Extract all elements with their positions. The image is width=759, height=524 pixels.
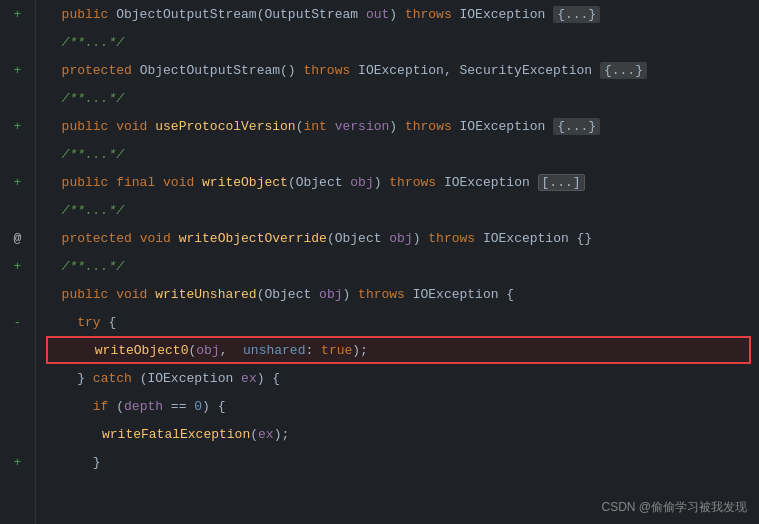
code-line-11: public void writeUnshared(Object obj) th…	[46, 280, 751, 308]
gutter-row-1[interactable]: +	[0, 0, 35, 28]
gutter-row-8	[0, 196, 35, 224]
kw-void3: void	[140, 231, 179, 246]
catch-brace: {	[272, 371, 280, 386]
fold-icon-17[interactable]: +	[14, 455, 22, 470]
fold-icon-12[interactable]: -	[14, 315, 22, 330]
param-name: out	[366, 7, 389, 22]
gutter-row-13	[0, 336, 35, 364]
method-writeunshared: writeUnshared	[155, 287, 256, 302]
gutter-row-3[interactable]: +	[0, 56, 35, 84]
param-obj: obj	[350, 175, 373, 190]
param-ex: ex	[241, 371, 257, 386]
fold-icon-7[interactable]: +	[14, 175, 22, 190]
gutter-row-2	[0, 28, 35, 56]
p12: (	[116, 399, 124, 414]
paren-close: )	[389, 7, 405, 22]
indent3	[46, 455, 93, 470]
collapsed-bracket: [...]	[538, 174, 585, 191]
exc-io: IOException	[460, 119, 554, 134]
gutter-row-12[interactable]: -	[0, 308, 35, 336]
gutter-row-5[interactable]: +	[0, 112, 35, 140]
p1: (	[296, 119, 304, 134]
indent	[46, 231, 62, 246]
keyword-public: public	[62, 7, 117, 22]
try-brace: {	[108, 315, 116, 330]
kw-try: try	[77, 315, 108, 330]
p11: )	[257, 371, 273, 386]
num-zero: 0	[194, 399, 202, 414]
op-eq: ==	[163, 399, 194, 414]
indent	[46, 203, 62, 218]
kw-public4: public	[62, 287, 117, 302]
param-ex2: ex	[258, 427, 274, 442]
exc-io5: IOException	[147, 371, 241, 386]
parens: ()	[280, 63, 303, 78]
method-writeobject: writeObject	[202, 175, 288, 190]
exc1: IOException, SecurityException	[358, 63, 600, 78]
param-obj4: obj	[196, 343, 219, 358]
exc-io2: IOException	[444, 175, 538, 190]
indent	[46, 147, 62, 162]
watermark: CSDN @偷偷学习被我发现	[601, 499, 747, 516]
kw-true: true	[321, 343, 352, 358]
indent3	[46, 399, 93, 414]
throws-kw: throws	[405, 7, 460, 22]
gutter-row-17: +	[0, 448, 35, 476]
exc-io3: IOException	[483, 231, 577, 246]
throws-kw3: throws	[405, 119, 460, 134]
paren: (	[257, 7, 265, 22]
param-type: OutputStream	[264, 7, 365, 22]
semicolon: );	[352, 343, 368, 358]
p15: );	[274, 427, 290, 442]
code-line-4: /**...*/	[46, 84, 751, 112]
code-line-14: } catch (IOException ex) {	[46, 364, 751, 392]
p5: (	[327, 231, 335, 246]
fold-icon-1[interactable]: +	[14, 7, 22, 22]
kw-void: void	[116, 119, 155, 134]
javadoc-comment2: /**...*/	[62, 91, 124, 106]
gutter-row-11	[0, 280, 35, 308]
p13: )	[202, 399, 218, 414]
method-writefatal: writeFatalException	[102, 427, 250, 442]
exc-type: IOException	[460, 7, 554, 22]
code-line-5: public void useProtocolVersion(int versi…	[46, 112, 751, 140]
exc-io4: IOException	[413, 287, 507, 302]
kw-if: if	[93, 399, 116, 414]
open-brace: {	[506, 287, 514, 302]
code-line-10: /**...*/	[46, 252, 751, 280]
p8: )	[342, 287, 358, 302]
kw-catch: catch	[93, 371, 140, 386]
code-line-6: /**...*/	[46, 140, 751, 168]
p7: (	[257, 287, 265, 302]
indent	[46, 63, 62, 78]
kw-final: final	[116, 175, 163, 190]
empty-body: {}	[577, 231, 593, 246]
p14: (	[250, 427, 258, 442]
gutter: + + + + @ + -	[0, 0, 36, 524]
code-text	[46, 7, 62, 22]
gutter-row-4	[0, 84, 35, 112]
fold-icon-3[interactable]: +	[14, 63, 22, 78]
param-version: version	[335, 119, 390, 134]
code-line-3: protected ObjectOutputStream() throws IO…	[46, 56, 751, 84]
method-name: useProtocolVersion	[155, 119, 295, 134]
p2: )	[389, 119, 405, 134]
fold-icon-10[interactable]: +	[14, 259, 22, 274]
gutter-row-18	[0, 476, 35, 504]
p6: )	[413, 231, 429, 246]
kw-int: int	[303, 119, 334, 134]
code-line-8: /**...*/	[46, 196, 751, 224]
indent	[46, 287, 62, 302]
indent3	[48, 343, 95, 358]
collapsed-block: {...}	[553, 6, 600, 23]
throws-kw2: throws	[303, 63, 358, 78]
obj-type2: Object	[335, 231, 390, 246]
comma: ,	[220, 343, 243, 358]
fold-icon-5[interactable]: +	[14, 119, 22, 134]
p9: (	[188, 343, 196, 358]
kw-public3: public	[62, 175, 117, 190]
collapsed-block2: {...}	[600, 62, 647, 79]
obj-type3: Object	[264, 287, 319, 302]
gutter-row-7[interactable]: +	[0, 168, 35, 196]
classname: ObjectOutputStream	[116, 7, 256, 22]
